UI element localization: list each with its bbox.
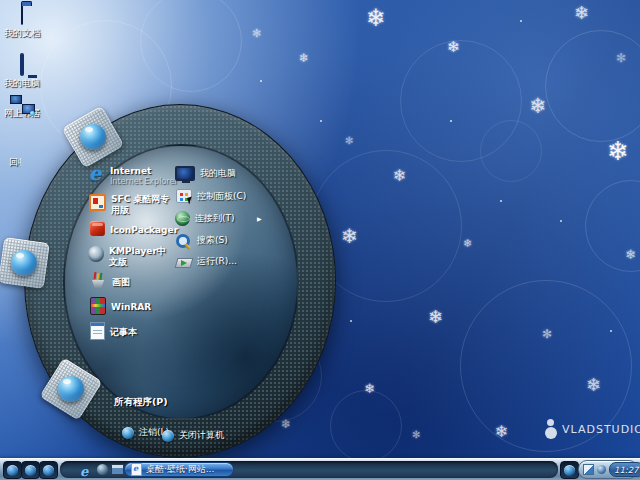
menu-item-label: 我的电脑	[200, 168, 236, 179]
control-panel-icon	[176, 189, 192, 203]
notepad-icon	[90, 322, 105, 340]
iconpackager-icon	[90, 221, 105, 236]
menu-item-kmplayer[interactable]: KMPlayer中文版	[88, 246, 173, 267]
menu-item-subtitle: Internet Explorer	[110, 177, 178, 186]
menu-item-label: 连接到(T)	[195, 213, 235, 224]
orb-icon	[7, 465, 18, 476]
ie-quicklaunch-icon[interactable]	[80, 461, 93, 476]
kmplayer-icon	[88, 246, 104, 262]
menu-item-title: Internet	[110, 166, 178, 177]
ie-page-icon	[131, 463, 142, 476]
search-icon	[175, 233, 192, 250]
menu-item-internet[interactable]: Internet Internet Explorer	[88, 166, 178, 186]
connect-to-icon	[175, 211, 190, 226]
taskbar: » 桌酷·壁纸·网站... 11:27	[0, 458, 640, 480]
tray-program-icon[interactable]	[583, 464, 594, 475]
orb-icon	[43, 465, 54, 476]
my-computer-icon	[175, 166, 195, 181]
tray-status-icon[interactable]	[597, 465, 606, 474]
all-programs-button[interactable]: 所有程序(P)	[114, 396, 168, 409]
turn-off-label: 关闭计算机	[179, 429, 224, 442]
window-button-label: 桌酷·壁纸·网站...	[146, 463, 214, 476]
turn-off-orb-icon	[162, 430, 174, 442]
menu-item-label: 控制面板(C)	[197, 191, 246, 202]
ring-gem-icon	[58, 376, 84, 402]
winrar-icon	[90, 297, 106, 315]
ring-gem-icon	[11, 250, 37, 276]
menu-item-sfc[interactable]: SFC 桌酷网专用版	[89, 194, 175, 215]
desktop-screen: ❄ ❄ ❄ ❄ ❄ ❄ ❄ ❄ ❄ ❄ ❄ ❄ ❄ ❄ ❄ ✻ ✻ ✻ ✻ ✻ …	[0, 0, 640, 480]
system-tray: 11:27	[578, 460, 638, 479]
taskbar-window-button[interactable]: 桌酷·壁纸·网站...	[124, 462, 234, 477]
clock-area[interactable]: 11:27	[609, 462, 640, 477]
menu-item-iconpackager[interactable]: IconPackager	[90, 221, 178, 236]
menu-item-winrar[interactable]: WinRAR	[90, 297, 151, 315]
start-menu: Internet Internet Explorer SFC 桌酷网专用版 Ic…	[0, 0, 640, 480]
menu-item-label: 搜索(S)	[197, 235, 228, 246]
sfc-app-icon	[89, 194, 106, 211]
menu-item-title: SFC 桌酷网专用版	[111, 194, 175, 215]
menu-item-my-computer[interactable]: 我的电脑	[175, 166, 236, 181]
run-icon	[175, 258, 194, 268]
turn-off-button[interactable]: 关闭计算机	[162, 429, 224, 442]
menu-item-label: 运行(R)...	[197, 256, 237, 267]
menu-item-title: WinRAR	[111, 302, 151, 313]
menu-item-title: 记事本	[110, 327, 137, 338]
sphere-quicklaunch-icon[interactable]	[97, 464, 108, 475]
orb-icon	[564, 465, 575, 476]
menu-item-run[interactable]: 运行(R)...	[176, 254, 237, 268]
menu-item-control-panel[interactable]: 控制面板(C)	[176, 189, 246, 203]
taskbar-orb-button[interactable]	[3, 461, 22, 479]
paint-icon	[90, 272, 107, 289]
menu-item-title: KMPlayer中文版	[109, 246, 173, 267]
menu-item-connect-to[interactable]: 连接到(T)	[175, 211, 235, 226]
taskbar-orb-button[interactable]	[39, 461, 58, 479]
menu-item-title: 画图	[112, 277, 130, 288]
menu-item-paint[interactable]: 画图	[90, 272, 130, 289]
tray-toggle-button[interactable]	[560, 461, 579, 479]
menu-item-notepad[interactable]: 记事本	[90, 322, 137, 340]
log-off-orb-icon	[122, 427, 134, 439]
clock-text: 11:27	[614, 465, 639, 475]
submenu-arrow-icon: ▶	[257, 215, 262, 222]
menu-item-search[interactable]: 搜索(S)	[175, 233, 228, 250]
menu-item-title: IconPackager	[110, 225, 178, 236]
internet-explorer-icon	[88, 166, 105, 183]
show-desktop-icon[interactable]	[111, 464, 124, 475]
ring-gem-icon	[80, 124, 106, 150]
taskbar-orb-button[interactable]	[21, 461, 40, 479]
orb-icon	[25, 465, 36, 476]
taskbar-channel: » 桌酷·壁纸·网站...	[60, 461, 558, 478]
